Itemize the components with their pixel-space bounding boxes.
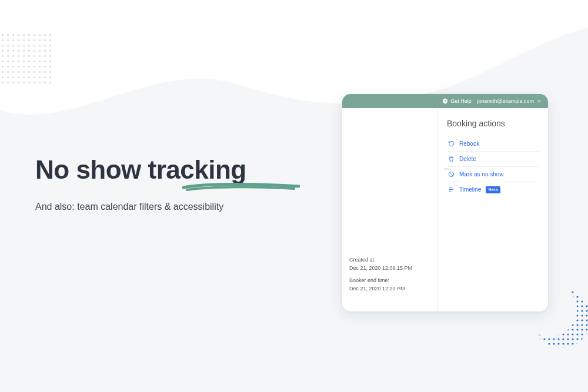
app-screenshot-frame: ? Get Help jonsmith@example.com Created … (342, 94, 548, 311)
get-help-label: Get Help (450, 98, 472, 104)
action-mark-no-show[interactable]: Mark as no show (447, 167, 539, 182)
user-menu[interactable]: jonsmith@example.com (477, 98, 542, 104)
booker-end-label: Booker end time: (349, 277, 412, 285)
app-topbar: ? Get Help jonsmith@example.com (342, 94, 548, 108)
action-rebook-label: Rebook (459, 140, 479, 147)
action-mark-no-show-label: Mark as no show (459, 171, 504, 177)
help-icon: ? (442, 98, 448, 104)
rebook-icon (448, 140, 455, 147)
page-title-text: No show tracking (35, 155, 246, 184)
get-help-button[interactable]: ? Get Help (442, 98, 472, 104)
decorative-dot-grid (0, 32, 53, 85)
created-at-value: Dec 21, 2020 12:09:15 PM (349, 264, 412, 273)
timeline-icon (448, 186, 455, 193)
user-email: jonsmith@example.com (477, 98, 534, 104)
page-title: No show tracking (35, 156, 246, 184)
svg-text:?: ? (445, 99, 447, 103)
action-rebook[interactable]: Rebook (447, 136, 539, 152)
chevron-down-icon (536, 98, 542, 104)
svg-point-8 (443, 169, 449, 170)
beta-badge: Beta (486, 186, 500, 193)
booker-end-value: Dec 21, 2020 12:20 PM (349, 285, 412, 293)
page-subtitle: And also: team calendar filters & access… (35, 202, 312, 212)
action-timeline[interactable]: Timeline Beta (447, 182, 539, 197)
trash-icon (448, 156, 455, 162)
action-delete[interactable]: Delete (447, 152, 539, 167)
action-delete-label: Delete (459, 156, 476, 162)
action-timeline-label: Timeline (459, 186, 481, 193)
right-pane: Booking actions Rebook Delete Mark as no… (437, 108, 548, 311)
booking-actions-list: Rebook Delete Mark as no show Timeline (447, 136, 539, 197)
no-show-icon (448, 171, 455, 177)
booking-meta: Created at: Dec 21, 2020 12:09:15 PM Boo… (349, 256, 412, 297)
created-at-label: Created at: (349, 256, 412, 264)
left-pane: Created at: Dec 21, 2020 12:09:15 PM Boo… (342, 108, 437, 311)
booking-actions-title: Booking actions (447, 119, 539, 128)
